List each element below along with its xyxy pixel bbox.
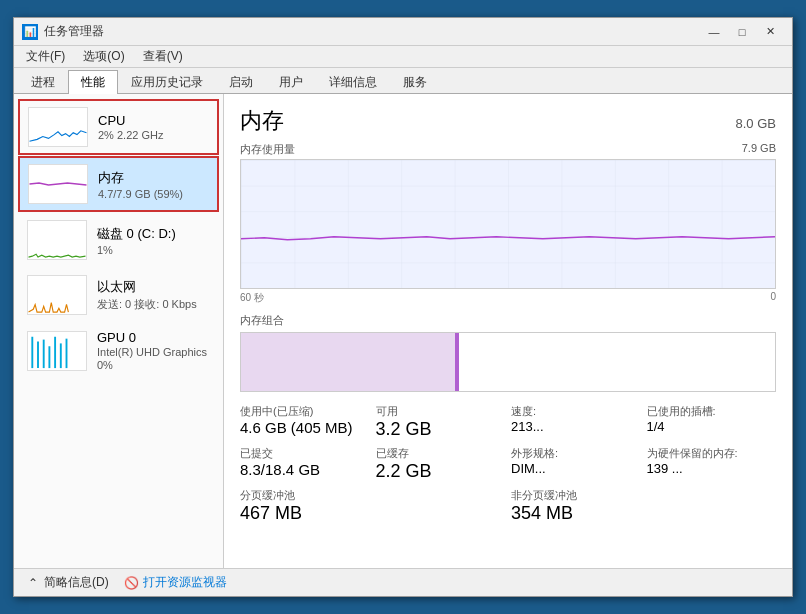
stat-cached-value: 2.2 GB: [376, 461, 506, 482]
stat-used: 使用中(已压缩) 4.6 GB (405 MB): [240, 404, 370, 440]
stat-used-label: 使用中(已压缩): [240, 404, 370, 419]
tab-users[interactable]: 用户: [266, 70, 316, 94]
sidebar-item-memory[interactable]: 内存 4.7/7.9 GB (59%): [18, 156, 219, 212]
sidebar-item-ethernet[interactable]: 以太网 发送: 0 接收: 0 Kbps: [18, 268, 219, 322]
footer-summary-label[interactable]: 简略信息(D): [44, 574, 109, 591]
stat-reserved-label: 为硬件保留的内存:: [647, 446, 777, 461]
chart-right-label: 7.9 GB: [742, 142, 776, 157]
time-right: 0: [770, 291, 776, 305]
cpu-label: CPU: [98, 113, 209, 128]
stat-committed-value: 8.3/18.4 GB: [240, 461, 370, 478]
svg-rect-2: [29, 221, 86, 259]
memory-usage-chart: [240, 159, 776, 289]
memory-value: 4.7/7.9 GB (59%): [98, 188, 209, 200]
memory-combo-chart: [240, 332, 776, 392]
stat-form-value: DIM...: [511, 461, 641, 476]
time-left: 60 秒: [240, 291, 264, 305]
combo-used: [241, 333, 455, 391]
menu-view[interactable]: 查看(V): [135, 47, 191, 67]
gpu-label: GPU 0: [97, 330, 210, 345]
tab-app-history[interactable]: 应用历史记录: [118, 70, 216, 94]
tab-details[interactable]: 详细信息: [316, 70, 390, 94]
disk-mini-chart: [27, 220, 87, 260]
app-icon: 📊: [22, 24, 38, 40]
stat-page-pool: 分页缓冲池 467 MB: [240, 488, 505, 524]
footer-monitor[interactable]: 🚫 打开资源监视器: [125, 574, 227, 591]
sidebar-item-cpu[interactable]: CPU 2% 2.22 GHz: [18, 99, 219, 155]
time-labels: 60 秒 0: [240, 291, 776, 305]
stat-slots-label: 已使用的插槽:: [647, 404, 777, 419]
cpu-mini-chart: [28, 107, 88, 147]
chart-label-row: 内存使用量 7.9 GB: [240, 142, 776, 157]
stat-nonpage-pool: 非分页缓冲池 354 MB: [511, 488, 776, 524]
stat-slots-value: 1/4: [647, 419, 777, 434]
gpu-mini-chart: [27, 331, 87, 371]
combo-available: [459, 333, 775, 391]
stat-cached: 已缓存 2.2 GB: [376, 446, 506, 482]
stat-reserved: 为硬件保留的内存: 139 ...: [647, 446, 777, 482]
ethernet-value: 发送: 0 接收: 0 Kbps: [97, 297, 210, 312]
maximize-button[interactable]: □: [728, 22, 756, 42]
ethernet-label: 以太网: [97, 278, 210, 296]
chevron-up-icon: ⌃: [26, 576, 40, 590]
stat-available-value: 3.2 GB: [376, 419, 506, 440]
detail-header: 内存 8.0 GB: [240, 106, 776, 136]
svg-rect-13: [241, 160, 775, 288]
tab-performance[interactable]: 性能: [68, 70, 118, 94]
stat-speed: 速度: 213...: [511, 404, 641, 440]
stat-used-value: 4.6 GB (405 MB): [240, 419, 370, 436]
stats-row1: 使用中(已压缩) 4.6 GB (405 MB) 可用 3.2 GB 速度: 2…: [240, 404, 776, 440]
gpu-value1: Intel(R) UHD Graphics: [97, 346, 210, 358]
stat-speed-label: 速度:: [511, 404, 641, 419]
memory-sidebar-info: 内存 4.7/7.9 GB (59%): [98, 169, 209, 200]
stat-available: 可用 3.2 GB: [376, 404, 506, 440]
menu-bar: 文件(F) 选项(O) 查看(V): [14, 46, 792, 68]
sidebar-item-gpu[interactable]: GPU 0 Intel(R) UHD Graphics 0%: [18, 323, 219, 378]
chart-label-text: 内存使用量: [240, 142, 295, 157]
detail-total: 8.0 GB: [736, 116, 776, 131]
tab-startup[interactable]: 启动: [216, 70, 266, 94]
memory-label: 内存: [98, 169, 209, 187]
tab-bar: 进程 性能 应用历史记录 启动 用户 详细信息 服务: [14, 68, 792, 94]
menu-file[interactable]: 文件(F): [18, 47, 73, 67]
stats-row3: 分页缓冲池 467 MB 非分页缓冲池 354 MB: [240, 488, 776, 524]
detail-title: 内存: [240, 106, 284, 136]
stat-reserved-value: 139 ...: [647, 461, 777, 476]
stat-form: 外形规格: DIM...: [511, 446, 641, 482]
gpu-value2: 0%: [97, 359, 210, 371]
stat-page-pool-label: 分页缓冲池: [240, 488, 505, 503]
stat-committed-label: 已提交: [240, 446, 370, 461]
menu-options[interactable]: 选项(O): [75, 47, 132, 67]
stat-slots: 已使用的插槽: 1/4: [647, 404, 777, 440]
ethernet-mini-chart: [27, 275, 87, 315]
no-icon: 🚫: [125, 576, 139, 590]
tab-services[interactable]: 服务: [390, 70, 440, 94]
left-panel: CPU 2% 2.22 GHz 内存 4.7/7.9 GB (59%): [14, 94, 224, 568]
footer-bar: ⌃ 简略信息(D) 🚫 打开资源监视器: [14, 568, 792, 596]
svg-rect-3: [29, 276, 86, 314]
footer-summary[interactable]: ⌃ 简略信息(D): [26, 574, 109, 591]
title-bar: 📊 任务管理器 — □ ✕: [14, 18, 792, 46]
sidebar-item-disk[interactable]: 磁盘 0 (C: D:) 1%: [18, 213, 219, 267]
footer-monitor-label[interactable]: 打开资源监视器: [143, 574, 227, 591]
window-controls: — □ ✕: [700, 22, 784, 42]
svg-rect-4: [29, 332, 86, 370]
cpu-value: 2% 2.22 GHz: [98, 129, 209, 141]
stat-nonpage-pool-label: 非分页缓冲池: [511, 488, 776, 503]
close-button[interactable]: ✕: [756, 22, 784, 42]
stat-nonpage-pool-value: 354 MB: [511, 503, 776, 524]
cpu-sidebar-info: CPU 2% 2.22 GHz: [98, 113, 209, 141]
minimize-button[interactable]: —: [700, 22, 728, 42]
stat-form-label: 外形规格:: [511, 446, 641, 461]
stat-available-label: 可用: [376, 404, 506, 419]
stat-cached-label: 已缓存: [376, 446, 506, 461]
combo-label: 内存组合: [240, 313, 776, 328]
stats-row2: 已提交 8.3/18.4 GB 已缓存 2.2 GB 外形规格: DIM... …: [240, 446, 776, 482]
stat-page-pool-value: 467 MB: [240, 503, 505, 524]
stat-committed: 已提交 8.3/18.4 GB: [240, 446, 370, 482]
stat-speed-value: 213...: [511, 419, 641, 434]
gpu-sidebar-info: GPU 0 Intel(R) UHD Graphics 0%: [97, 330, 210, 371]
disk-sidebar-info: 磁盘 0 (C: D:) 1%: [97, 225, 210, 256]
main-content: CPU 2% 2.22 GHz 内存 4.7/7.9 GB (59%): [14, 94, 792, 568]
tab-process[interactable]: 进程: [18, 70, 68, 94]
